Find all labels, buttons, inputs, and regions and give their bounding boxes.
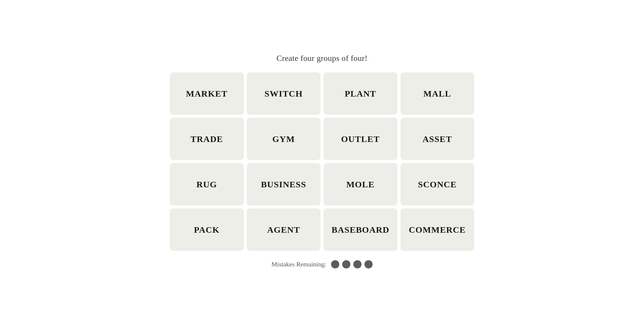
word-text: TRADE <box>191 134 223 144</box>
word-text: SCONCE <box>418 179 457 189</box>
instruction-text: Create four groups of four! <box>277 54 368 63</box>
word-card-trade[interactable]: TRADE <box>170 118 244 160</box>
mistake-dot-3 <box>353 260 362 268</box>
word-card-business[interactable]: BUSINESS <box>247 163 321 205</box>
word-text: MALL <box>423 89 451 99</box>
word-text: BASEBOARD <box>331 225 389 235</box>
word-card-sconce[interactable]: SCONCE <box>400 163 475 205</box>
game-container: Create four groups of four! MARKETSWITCH… <box>170 54 474 268</box>
word-card-market[interactable]: MARKET <box>170 72 244 115</box>
word-text: AGENT <box>267 225 300 235</box>
word-card-rug[interactable]: RUG <box>170 163 244 205</box>
word-text: MARKET <box>186 89 227 99</box>
word-card-commerce[interactable]: COMMERCE <box>400 208 475 251</box>
word-card-asset[interactable]: ASSET <box>400 118 475 160</box>
word-text: PACK <box>194 225 220 235</box>
word-text: RUG <box>196 179 217 189</box>
word-card-outlet[interactable]: OUTLET <box>323 118 398 160</box>
word-card-baseboard[interactable]: BASEBOARD <box>323 208 398 251</box>
word-text: OUTLET <box>341 134 380 144</box>
mistake-dot-1 <box>331 260 339 268</box>
word-card-pack[interactable]: PACK <box>170 208 244 251</box>
word-card-agent[interactable]: AGENT <box>247 208 321 251</box>
word-card-mall[interactable]: MALL <box>400 72 475 115</box>
mistakes-label: Mistakes Remaining: <box>271 261 326 268</box>
word-card-mole[interactable]: MOLE <box>323 163 398 205</box>
mistakes-section: Mistakes Remaining: <box>271 260 373 268</box>
word-text: GYM <box>272 134 295 144</box>
word-text: PLANT <box>345 89 376 99</box>
word-text: COMMERCE <box>409 225 466 235</box>
word-grid: MARKETSWITCHPLANTMALLTRADEGYMOUTLETASSET… <box>170 72 474 251</box>
word-text: ASSET <box>422 134 452 144</box>
word-card-plant[interactable]: PLANT <box>323 72 398 115</box>
word-card-gym[interactable]: GYM <box>247 118 321 160</box>
mistake-dot-4 <box>364 260 373 268</box>
mistake-dot-2 <box>342 260 350 268</box>
word-text: MOLE <box>346 179 374 189</box>
word-text: SWITCH <box>264 89 303 99</box>
word-text: BUSINESS <box>261 179 306 189</box>
mistakes-dots <box>331 260 373 268</box>
word-card-switch[interactable]: SWITCH <box>247 72 321 115</box>
